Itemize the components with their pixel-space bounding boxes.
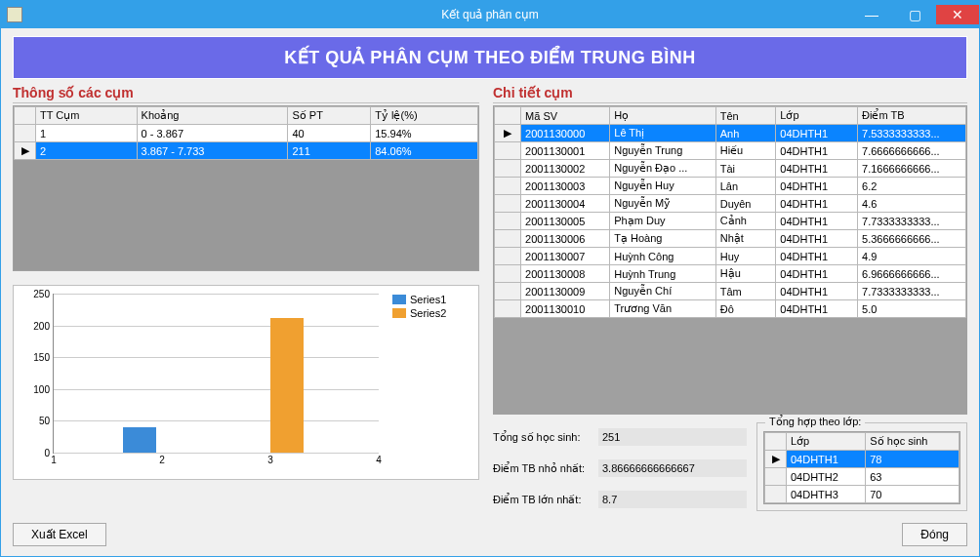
table-row[interactable]: 2001130005Phạm DuyCảnh04DHTH17.733333333…: [495, 213, 966, 230]
max-value: [598, 491, 747, 508]
titlebar: Kết quả phân cụm — ▢ ✕: [1, 1, 979, 28]
clusters-grid[interactable]: TT CụmKhoảngSố PTTỷ lệ(%)10 - 3.8674015.…: [13, 105, 479, 271]
chart-legend: Series1Series2: [387, 290, 474, 475]
window-title: Kết quả phân cụm: [441, 8, 538, 21]
clusters-title: Thông số các cụm: [13, 85, 479, 103]
total-value: [598, 428, 747, 446]
min-value: [598, 459, 747, 477]
detail-grid[interactable]: Mã SVHọTênLớpĐiểm TB▶2001130000Lê ThịAnh…: [493, 105, 967, 415]
legend-item: Series1: [392, 294, 474, 305]
table-row[interactable]: 2001130002Nguyễn Đạo ...Tài04DHTH17.1666…: [495, 160, 966, 178]
class-summary-title: Tổng hợp theo lớp:: [765, 416, 865, 428]
content: KẾT QUẢ PHÂN CỤM THEO ĐIỂM TRUNG BÌNH Th…: [1, 28, 979, 556]
table-row[interactable]: 04DHTH370: [765, 486, 960, 503]
legend-item: Series2: [392, 307, 474, 319]
maximize-button[interactable]: ▢: [893, 5, 936, 24]
minimize-button[interactable]: —: [850, 5, 893, 24]
chart-bar: [270, 318, 304, 453]
summary-fields: Tổng số học sinh: Điểm TB nhỏ nhất: Điểm…: [493, 422, 747, 511]
class-summary-grid[interactable]: LớpSố học sinh▶04DHTH17804DHTH26304DHTH3…: [763, 431, 960, 504]
table-row[interactable]: ▶23.867 - 7.73321184.06%: [15, 142, 478, 160]
window: Kết quả phân cụm — ▢ ✕ KẾT QUẢ PHÂN CỤM …: [0, 0, 980, 557]
table-row[interactable]: 2001130007Huỳnh CôngHuy04DHTH14.9: [495, 248, 966, 265]
table-row[interactable]: 2001130004Nguyễn MỹDuyên04DHTH14.6: [495, 195, 966, 213]
table-row[interactable]: 2001130006Tạ HoàngNhật04DHTH15.366666666…: [495, 230, 966, 248]
left-column: Thông số các cụm TT CụmKhoảngSố PTTỷ lệ(…: [13, 85, 479, 511]
window-controls: — ▢ ✕: [850, 5, 979, 24]
detail-title: Chi tiết cụm: [493, 85, 967, 103]
table-row[interactable]: 2001130001Nguyễn TrungHiếu04DHTH17.66666…: [495, 142, 966, 160]
summary-row: Tổng số học sinh: Điểm TB nhỏ nhất: Điểm…: [493, 422, 967, 511]
close-dialog-button[interactable]: Đóng: [902, 523, 967, 546]
table-row[interactable]: 10 - 3.8674015.94%: [15, 125, 478, 142]
min-label: Điểm TB nhỏ nhất:: [493, 462, 591, 475]
chart-bar: [123, 427, 156, 453]
table-row[interactable]: 2001130008Huỳnh TrungHậu04DHTH16.9666666…: [495, 265, 966, 283]
chart: 0501001502002501234 Series1Series2: [13, 285, 479, 480]
table-row[interactable]: 2001130009Nguyễn ChíTâm04DHTH17.73333333…: [495, 283, 966, 300]
table-row[interactable]: 2001130010Trương VănĐô04DHTH15.0: [495, 300, 966, 318]
app-icon: [7, 7, 22, 22]
export-excel-button[interactable]: Xuất Excel: [13, 523, 106, 546]
close-button[interactable]: ✕: [936, 5, 979, 24]
table-row[interactable]: ▶2001130000Lê ThịAnh04DHTH17.5333333333.…: [495, 125, 966, 142]
table-row[interactable]: 2001130003Nguyễn HuyLân04DHTH16.2: [495, 178, 966, 195]
total-label: Tổng số học sinh:: [493, 431, 591, 444]
table-row[interactable]: 04DHTH263: [765, 468, 960, 486]
max-label: Điểm TB lớn nhất:: [493, 494, 591, 506]
class-summary-group: Tổng hợp theo lớp: LớpSố học sinh▶04DHTH…: [756, 422, 967, 511]
chart-plot: 0501001502002501234: [18, 290, 387, 475]
table-row[interactable]: ▶04DHTH178: [765, 451, 960, 468]
right-column: Chi tiết cụm Mã SVHọTênLớpĐiểm TB▶200113…: [493, 85, 967, 511]
footer: Xuất Excel Đóng: [13, 517, 967, 546]
page-title: KẾT QUẢ PHÂN CỤM THEO ĐIỂM TRUNG BÌNH: [13, 36, 967, 79]
main-row: Thông số các cụm TT CụmKhoảngSố PTTỷ lệ(…: [13, 85, 967, 511]
